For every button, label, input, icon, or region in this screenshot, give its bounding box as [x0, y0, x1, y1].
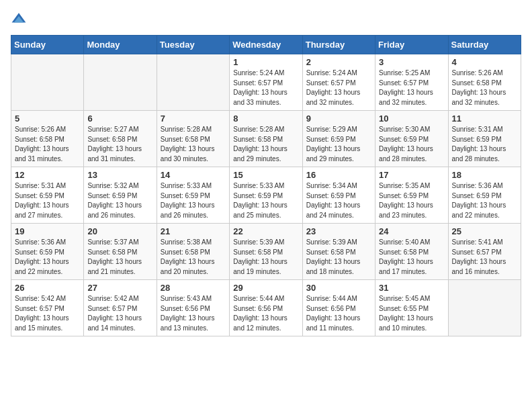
day-number: 4 [452, 57, 517, 67]
calendar-day-cell: 28Sunrise: 5:43 AM Sunset: 6:56 PM Dayli… [157, 280, 229, 336]
day-number: 3 [379, 57, 444, 67]
day-number: 8 [233, 113, 298, 124]
weekday-header: Thursday [302, 36, 375, 54]
day-number: 15 [233, 170, 298, 180]
calendar-day-cell: 11Sunrise: 5:31 AM Sunset: 6:59 PM Dayli… [448, 111, 521, 167]
calendar-week-row: 1Sunrise: 5:24 AM Sunset: 6:57 PM Daylig… [11, 54, 521, 111]
calendar-week-row: 19Sunrise: 5:36 AM Sunset: 6:59 PM Dayli… [11, 224, 521, 280]
calendar-day-cell [448, 280, 521, 336]
day-info: Sunrise: 5:27 AM Sunset: 6:58 PM Dayligh… [87, 125, 152, 164]
day-number: 9 [306, 113, 371, 124]
day-number: 1 [233, 57, 298, 67]
day-info: Sunrise: 5:35 AM Sunset: 6:59 PM Dayligh… [379, 181, 444, 220]
day-number: 10 [379, 113, 444, 124]
day-info: Sunrise: 5:33 AM Sunset: 6:59 PM Dayligh… [161, 181, 226, 220]
day-info: Sunrise: 5:41 AM Sunset: 6:57 PM Dayligh… [452, 238, 517, 277]
day-info: Sunrise: 5:33 AM Sunset: 6:59 PM Dayligh… [233, 181, 298, 220]
calendar-day-cell: 31Sunrise: 5:45 AM Sunset: 6:55 PM Dayli… [375, 280, 448, 336]
calendar-day-cell: 2Sunrise: 5:24 AM Sunset: 6:57 PM Daylig… [302, 54, 375, 111]
calendar-day-cell: 12Sunrise: 5:31 AM Sunset: 6:59 PM Dayli… [11, 167, 84, 224]
day-number: 31 [379, 283, 444, 293]
calendar-day-cell: 5Sunrise: 5:26 AM Sunset: 6:58 PM Daylig… [11, 111, 84, 167]
day-number: 30 [306, 283, 371, 293]
day-number: 6 [87, 113, 152, 124]
day-number: 11 [452, 113, 517, 124]
calendar-week-row: 5Sunrise: 5:26 AM Sunset: 6:58 PM Daylig… [11, 111, 521, 167]
calendar-day-cell: 10Sunrise: 5:30 AM Sunset: 6:59 PM Dayli… [375, 111, 448, 167]
calendar-day-cell: 20Sunrise: 5:37 AM Sunset: 6:58 PM Dayli… [84, 224, 157, 280]
weekday-header: Sunday [11, 36, 84, 54]
day-info: Sunrise: 5:36 AM Sunset: 6:59 PM Dayligh… [452, 181, 517, 220]
day-number: 27 [87, 283, 152, 293]
calendar-day-cell: 26Sunrise: 5:42 AM Sunset: 6:57 PM Dayli… [11, 280, 84, 336]
calendar-day-cell: 1Sunrise: 5:24 AM Sunset: 6:57 PM Daylig… [230, 54, 302, 111]
day-info: Sunrise: 5:26 AM Sunset: 6:58 PM Dayligh… [452, 68, 517, 107]
calendar-header-row: SundayMondayTuesdayWednesdayThursdayFrid… [11, 36, 521, 54]
day-info: Sunrise: 5:42 AM Sunset: 6:57 PM Dayligh… [15, 294, 80, 333]
day-info: Sunrise: 5:26 AM Sunset: 6:58 PM Dayligh… [15, 125, 80, 164]
logo [11, 11, 30, 27]
calendar-day-cell [84, 54, 157, 111]
day-info: Sunrise: 5:25 AM Sunset: 6:57 PM Dayligh… [379, 68, 444, 107]
calendar-day-cell: 30Sunrise: 5:44 AM Sunset: 6:56 PM Dayli… [302, 280, 375, 336]
day-info: Sunrise: 5:28 AM Sunset: 6:58 PM Dayligh… [233, 125, 298, 164]
day-number: 13 [87, 170, 152, 180]
day-number: 22 [233, 226, 298, 236]
calendar-day-cell: 15Sunrise: 5:33 AM Sunset: 6:59 PM Dayli… [230, 167, 302, 224]
calendar-day-cell: 14Sunrise: 5:33 AM Sunset: 6:59 PM Dayli… [157, 167, 229, 224]
day-number: 21 [161, 226, 226, 236]
calendar-day-cell: 18Sunrise: 5:36 AM Sunset: 6:59 PM Dayli… [448, 167, 521, 224]
calendar-table: SundayMondayTuesdayWednesdayThursdayFrid… [11, 35, 521, 336]
day-info: Sunrise: 5:37 AM Sunset: 6:58 PM Dayligh… [87, 238, 152, 277]
day-number: 29 [233, 283, 298, 293]
day-info: Sunrise: 5:24 AM Sunset: 6:57 PM Dayligh… [233, 68, 298, 107]
calendar-week-row: 26Sunrise: 5:42 AM Sunset: 6:57 PM Dayli… [11, 280, 521, 336]
day-info: Sunrise: 5:39 AM Sunset: 6:58 PM Dayligh… [233, 238, 298, 277]
day-info: Sunrise: 5:44 AM Sunset: 6:56 PM Dayligh… [306, 294, 371, 333]
calendar-day-cell: 25Sunrise: 5:41 AM Sunset: 6:57 PM Dayli… [448, 224, 521, 280]
day-number: 20 [87, 226, 152, 236]
calendar-day-cell: 8Sunrise: 5:28 AM Sunset: 6:58 PM Daylig… [230, 111, 302, 167]
day-info: Sunrise: 5:28 AM Sunset: 6:58 PM Dayligh… [161, 125, 226, 164]
calendar-day-cell: 6Sunrise: 5:27 AM Sunset: 6:58 PM Daylig… [84, 111, 157, 167]
weekday-header: Monday [84, 36, 157, 54]
calendar-day-cell: 19Sunrise: 5:36 AM Sunset: 6:59 PM Dayli… [11, 224, 84, 280]
day-info: Sunrise: 5:43 AM Sunset: 6:56 PM Dayligh… [161, 294, 226, 333]
calendar-day-cell: 9Sunrise: 5:29 AM Sunset: 6:59 PM Daylig… [302, 111, 375, 167]
day-number: 23 [306, 226, 371, 236]
weekday-header: Tuesday [157, 36, 229, 54]
calendar-day-cell: 23Sunrise: 5:39 AM Sunset: 6:58 PM Dayli… [302, 224, 375, 280]
calendar-day-cell [157, 54, 229, 111]
day-number: 2 [306, 57, 371, 67]
page-header [11, 11, 521, 27]
day-number: 25 [452, 226, 517, 236]
day-info: Sunrise: 5:39 AM Sunset: 6:58 PM Dayligh… [306, 238, 371, 277]
weekday-header: Friday [375, 36, 448, 54]
day-info: Sunrise: 5:24 AM Sunset: 6:57 PM Dayligh… [306, 68, 371, 107]
day-info: Sunrise: 5:34 AM Sunset: 6:59 PM Dayligh… [306, 181, 371, 220]
calendar-day-cell [11, 54, 84, 111]
day-number: 12 [15, 170, 80, 180]
day-number: 28 [161, 283, 226, 293]
day-number: 7 [161, 113, 226, 124]
day-number: 18 [452, 170, 517, 180]
day-info: Sunrise: 5:30 AM Sunset: 6:59 PM Dayligh… [379, 125, 444, 164]
calendar-day-cell: 16Sunrise: 5:34 AM Sunset: 6:59 PM Dayli… [302, 167, 375, 224]
weekday-header: Wednesday [230, 36, 302, 54]
calendar-day-cell: 13Sunrise: 5:32 AM Sunset: 6:59 PM Dayli… [84, 167, 157, 224]
day-info: Sunrise: 5:31 AM Sunset: 6:59 PM Dayligh… [452, 125, 517, 164]
calendar-day-cell: 7Sunrise: 5:28 AM Sunset: 6:58 PM Daylig… [157, 111, 229, 167]
day-number: 16 [306, 170, 371, 180]
day-number: 19 [15, 226, 80, 236]
day-info: Sunrise: 5:44 AM Sunset: 6:56 PM Dayligh… [233, 294, 298, 333]
day-number: 24 [379, 226, 444, 236]
day-number: 5 [15, 113, 80, 124]
calendar-week-row: 12Sunrise: 5:31 AM Sunset: 6:59 PM Dayli… [11, 167, 521, 224]
day-number: 17 [379, 170, 444, 180]
day-info: Sunrise: 5:29 AM Sunset: 6:59 PM Dayligh… [306, 125, 371, 164]
weekday-header: Saturday [448, 36, 521, 54]
day-info: Sunrise: 5:31 AM Sunset: 6:59 PM Dayligh… [15, 181, 80, 220]
calendar-day-cell: 27Sunrise: 5:42 AM Sunset: 6:57 PM Dayli… [84, 280, 157, 336]
day-info: Sunrise: 5:42 AM Sunset: 6:57 PM Dayligh… [87, 294, 152, 333]
day-info: Sunrise: 5:40 AM Sunset: 6:58 PM Dayligh… [379, 238, 444, 277]
